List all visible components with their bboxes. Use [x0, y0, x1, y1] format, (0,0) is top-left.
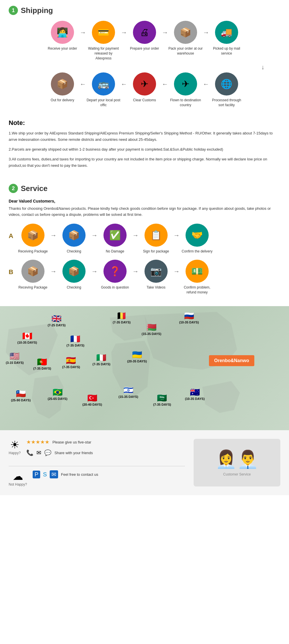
flag-item-12: 🇧🇷 (25-65 DAYS): [48, 388, 67, 400]
flag-item-6: 🇫🇷 (7-35 DAYS): [66, 335, 84, 347]
days-label: (15-35 DAYS): [118, 395, 138, 398]
flow-arrow: →: [203, 29, 209, 36]
flow-row-a: 📦 Receiving Package → 📦 Checking → ✅ No …: [16, 224, 214, 254]
step-icon: 📷: [150, 266, 162, 277]
step-label: Receiving Package: [18, 249, 48, 254]
flow-item-0: 📦 Out for delivery: [45, 72, 80, 103]
flag-emoji: 🇮🇹: [96, 354, 106, 362]
step-icon: 💳: [98, 27, 109, 38]
flow-arrow: →: [162, 29, 168, 36]
icon-circle: 🤝: [186, 224, 209, 247]
step-icon: 📦: [68, 266, 80, 277]
step-label: Checking: [67, 285, 81, 290]
shipping-flow-row2: 📦 Out for delivery ← 🚌 Depart your local…: [9, 72, 280, 108]
days-label: (7-35 DAYS): [33, 367, 51, 370]
step-label: No Damage: [106, 249, 124, 254]
flag-item-5: 🇺🇸 (3-15 DAYS): [6, 352, 24, 364]
icon-circle: 💳: [92, 21, 115, 44]
icon-circle: 📷: [144, 260, 168, 283]
flag-item-13: 🇹🇷 (20-40 DAYS): [82, 394, 102, 406]
share-row: 📞 ✉ 💬 Share with your friends: [26, 449, 93, 456]
days-label: (10-35 DAYS): [185, 397, 205, 400]
flag-item-8: 🇪🇸 (7-35 DAYS): [62, 357, 80, 369]
section-num-2: 2: [9, 184, 18, 193]
flag-emoji: 🇧🇪: [116, 312, 127, 320]
step-icon: 📦: [27, 266, 39, 277]
not-happy-label: Not Happy?: [9, 482, 27, 486]
step-label: Picked up by mail service: [209, 46, 244, 56]
note-item-1: 2.Parcels are generally shipped out with…: [9, 146, 280, 153]
flow-item-4: 🚚 Picked up by mail service: [209, 21, 244, 56]
step-label: Receving Package: [18, 285, 47, 290]
step-label: Depart your local post offic: [86, 98, 121, 108]
five-star-row: ★★★★★ Please give us five-star: [26, 439, 93, 445]
flag-emoji: 🇺🇦: [132, 351, 142, 359]
flow-item-0: 📦 Receving Package: [16, 260, 50, 290]
flow-item-1: 📦 Checking: [57, 224, 91, 254]
five-star-text: Please give us five-star: [52, 440, 91, 444]
step-icon: 📦: [27, 230, 39, 241]
flow-arrow: →: [50, 232, 57, 239]
flow-item-1: 💳 Waiting for payment released by Aliexp…: [86, 21, 121, 61]
days-label: (10-35 DAYS): [179, 321, 199, 324]
flag-emoji: 🇫🇷: [70, 335, 80, 343]
icon-circle: ✈: [133, 72, 156, 96]
contact-row: P S ✉ Feel free to contact us: [33, 470, 98, 478]
flag-emoji: 🇨🇱: [16, 390, 26, 398]
flag-item-0: 🇨🇦 (10-35 DAYS): [17, 332, 37, 344]
flow-arrow: ←: [203, 80, 209, 88]
flag-item-10: 🇺🇦 (20-35 DAYS): [127, 351, 147, 363]
icon-circle: 📦: [62, 260, 86, 283]
days-label: (15-35 DAYS): [142, 332, 161, 336]
flag-emoji: 🇧🇷: [53, 388, 63, 396]
icon-circle: 💵: [186, 260, 209, 283]
icon-circle: 👩‍💻: [51, 21, 74, 44]
star-icons: ★★★★★: [26, 439, 49, 445]
flow-item-4: 💵 Confirm problem, refund money: [180, 260, 214, 295]
step-icon: 🤝: [191, 230, 203, 241]
row-b-label: B: [9, 268, 13, 276]
flag-emoji: 🇺🇸: [10, 352, 20, 360]
flag-emoji: 🇵🇹: [37, 358, 47, 366]
days-label: (7-35 DAYS): [66, 344, 84, 347]
step-icon: 🌐: [221, 78, 232, 89]
days-label: (25-65 DAYS): [48, 397, 67, 400]
divider: [9, 466, 185, 466]
shipping-section: 1 Shipping 👩‍💻 Receive your order → 💳 Wa…: [0, 0, 289, 116]
flag-emoji: 🇷🇺: [184, 312, 194, 320]
step-icon: ❓: [109, 266, 121, 277]
contact-text: Feel free to contact us: [61, 472, 98, 477]
flow-arrow: →: [50, 268, 57, 275]
step-label: Out for delivery: [51, 98, 74, 103]
flow-item-2: ❓ Goods in question: [98, 260, 132, 290]
flag-item-7: 🇵🇹 (7-35 DAYS): [33, 358, 51, 370]
note-item-2: 3.All customs fees, duties,and taxes for…: [9, 156, 280, 169]
flow-item-3: 📷 Take Videos: [139, 260, 173, 290]
icon-circle: 📋: [144, 224, 168, 247]
flow-item-0: 📦 Receiving Package: [16, 224, 50, 254]
flow-item-3: 📦 Pack your order at our warehouse: [168, 21, 203, 56]
step-icon: 📦: [57, 78, 68, 89]
step-icon: ✈: [141, 78, 149, 89]
flag-item-16: 🇦🇺 (10-35 DAYS): [185, 388, 205, 400]
flag-item-15: 🇸🇦 (7-35 DAYS): [153, 394, 171, 406]
note-item-0: 1.We ship your order by AliExpress Stand…: [9, 130, 280, 143]
icon-circle: 📦: [62, 224, 86, 247]
flow-arrow: →: [121, 29, 127, 36]
step-icon: 💵: [191, 266, 203, 277]
service-section: 2 Service Dear Valued Customers, Thanks …: [0, 178, 289, 306]
map-section: Orenbo&Nanwo 🇨🇦 (10-35 DAYS) 🇬🇧 (7-25 DA…: [0, 306, 289, 430]
flow-item-2: ✈ Clear Customs: [127, 72, 162, 103]
service-title: 2 Service: [9, 184, 280, 193]
step-label: Checking: [67, 249, 81, 254]
flow-arrow: →: [132, 268, 139, 275]
days-label: (10-35 DAYS): [17, 341, 37, 344]
flag-emoji: 🇹🇷: [87, 394, 97, 402]
flag-item-9: 🇮🇹 (7-35 DAYS): [92, 354, 110, 366]
flow-item-4: 🌐 Processed through sort facility: [209, 72, 244, 108]
step-label: Confirm problem, refund money: [180, 285, 214, 295]
icon-circle: 📦: [174, 21, 197, 44]
step-icon: 📋: [150, 230, 162, 241]
flag-item-2: 🇧🇪 (7-35 DAYS): [113, 312, 131, 324]
flag-item-3: 🇧🇾 (15-35 DAYS): [142, 323, 161, 336]
